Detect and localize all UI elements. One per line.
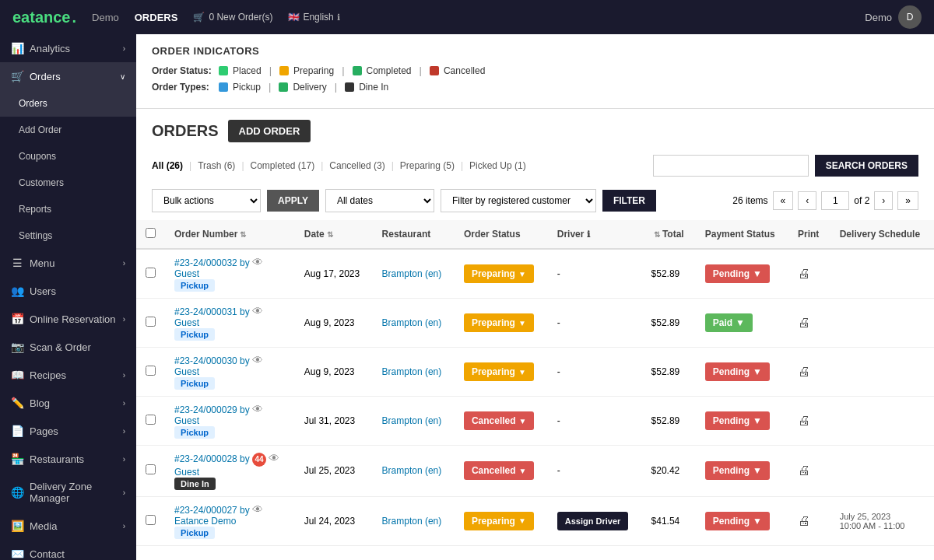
sidebar-item-coupons[interactable]: Coupons — [0, 143, 136, 170]
sidebar-item-media[interactable]: 🖼️ Media › — [0, 512, 136, 540]
row-checkbox[interactable] — [146, 515, 156, 525]
page-first-button[interactable]: « — [773, 191, 794, 210]
order-status-button[interactable]: Preparing ▼ — [464, 313, 534, 332]
order-link[interactable]: #23-24/000032 by — [174, 257, 250, 268]
sidebar-item-menu[interactable]: ☰ Menu › — [0, 249, 136, 277]
eye-icon[interactable]: 👁 — [252, 256, 263, 268]
print-icon[interactable]: 🖨 — [798, 414, 810, 427]
sidebar-item-contact[interactable]: ✉️ Contact — [0, 540, 136, 560]
logo[interactable]: eatance. — [12, 9, 76, 26]
avatar[interactable]: D — [898, 5, 922, 29]
language-selector[interactable]: 🇬🇧 English ℹ — [288, 12, 339, 23]
order-link[interactable]: #23-24/000030 by — [174, 355, 250, 366]
customer-filter-select[interactable]: Filter by registered customer — [441, 189, 596, 212]
row-order-number: #23-24/000032 by 👁 Guest Pickup — [165, 249, 295, 299]
nav-demo[interactable]: Demo — [92, 12, 119, 23]
date-filter-select[interactable]: All dates — [325, 189, 434, 212]
eye-icon[interactable]: 👁 — [252, 305, 263, 317]
restaurant-link[interactable]: Brampton (en) — [382, 465, 442, 476]
apply-button[interactable]: APPLY — [267, 190, 319, 212]
customer-link[interactable]: Guest — [174, 317, 199, 328]
print-icon[interactable]: 🖨 — [798, 267, 810, 280]
restaurant-link[interactable]: Brampton (en) — [382, 268, 442, 279]
order-status-button[interactable]: Cancelled ▼ — [464, 411, 535, 430]
eye-icon[interactable]: 👁 — [252, 354, 263, 366]
payment-status-button[interactable]: Pending ▼ — [705, 362, 770, 381]
tab-preparing[interactable]: Preparing (5) — [400, 160, 455, 171]
print-icon[interactable]: 🖨 — [798, 365, 810, 378]
page-number-input[interactable] — [821, 191, 849, 210]
print-icon[interactable]: 🖨 — [798, 514, 810, 527]
tab-picked-up[interactable]: Picked Up (1) — [469, 160, 526, 171]
order-link[interactable]: #23-24/000031 by — [174, 306, 250, 317]
sidebar-item-users[interactable]: 👥 Users — [0, 277, 136, 305]
sidebar-item-pages[interactable]: 📄 Pages › — [0, 417, 136, 445]
order-status-button[interactable]: Preparing ▼ — [464, 512, 534, 530]
payment-status-button[interactable]: Paid ▼ — [705, 313, 753, 332]
sidebar-item-settings-sub[interactable]: Settings — [0, 222, 136, 249]
sidebar-item-online-reservation[interactable]: 📅 Online Reservation › — [0, 305, 136, 333]
tab-cancelled[interactable]: Cancelled (3) — [329, 160, 384, 171]
table-row: #23-24/000028 by 44 👁 Guest Dine In Jul … — [136, 446, 934, 497]
cart-info[interactable]: 🛒 0 New Order(s) — [193, 12, 272, 23]
order-link[interactable]: #23-24/000027 by — [174, 505, 250, 516]
select-all-checkbox[interactable] — [146, 228, 156, 238]
row-restaurant: Brampton (en) — [373, 299, 455, 348]
filter-button[interactable]: FILTER — [602, 190, 656, 212]
sidebar-item-scan-order[interactable]: 📷 Scan & Order — [0, 333, 136, 361]
eye-icon[interactable]: 👁 — [252, 403, 263, 415]
sidebar-item-customers[interactable]: Customers — [0, 170, 136, 196]
payment-status-button[interactable]: Pending ▼ — [705, 264, 770, 283]
cart-label: 0 New Order(s) — [209, 12, 272, 23]
tab-sep1: | — [189, 160, 191, 171]
tab-completed[interactable]: Completed (17) — [251, 160, 315, 171]
print-icon[interactable]: 🖨 — [798, 316, 810, 329]
sidebar-item-recipes[interactable]: 📖 Recipes › — [0, 361, 136, 389]
restaurant-link[interactable]: Brampton (en) — [382, 415, 442, 426]
order-link[interactable]: #23-24/000029 by — [174, 404, 250, 415]
payment-status-button[interactable]: Pending ▼ — [705, 461, 770, 480]
order-status-button[interactable]: Cancelled ▼ — [464, 461, 535, 480]
print-icon[interactable]: 🖨 — [798, 464, 810, 477]
eye-icon[interactable]: 👁 — [269, 452, 279, 464]
sidebar-item-add-order[interactable]: Add Order — [0, 117, 136, 143]
sidebar-item-restaurants[interactable]: 🏪 Restaurants › — [0, 445, 136, 473]
row-checkbox[interactable] — [146, 268, 156, 278]
restaurant-link[interactable]: Brampton (en) — [382, 516, 442, 527]
customer-link[interactable]: Guest — [174, 366, 199, 377]
sidebar-item-delivery-zone[interactable]: 🌐 Delivery Zone Manager › — [0, 473, 136, 512]
tab-all[interactable]: All (26) — [152, 160, 183, 171]
payment-status-button[interactable]: Pending ▼ — [705, 411, 770, 430]
sidebar-item-reports[interactable]: Reports — [0, 196, 136, 222]
row-checkbox[interactable] — [146, 366, 156, 376]
row-checkbox[interactable] — [146, 415, 156, 425]
nav-orders[interactable]: ORDERS — [135, 12, 178, 23]
restaurant-link[interactable]: Brampton (en) — [382, 366, 442, 377]
customer-link[interactable]: Eatance Demo — [174, 516, 236, 527]
order-status-button[interactable]: Preparing ▼ — [464, 264, 534, 283]
sidebar-item-orders-sub[interactable]: Orders — [0, 90, 136, 117]
order-link[interactable]: #23-24/000028 by — [174, 453, 250, 464]
sidebar-item-orders[interactable]: 🛒 Orders ∨ — [0, 62, 136, 90]
bulk-actions-select[interactable]: Bulk actions — [152, 189, 261, 212]
search-orders-button[interactable]: SEARCH ORDERS — [815, 155, 918, 177]
restaurant-link[interactable]: Brampton (en) — [382, 317, 442, 328]
page-prev-button[interactable]: ‹ — [798, 191, 816, 210]
page-last-button[interactable]: » — [897, 191, 918, 210]
row-checkbox[interactable] — [146, 317, 156, 327]
add-order-button[interactable]: ADD ORDER — [228, 120, 311, 142]
page-next-button[interactable]: › — [874, 191, 893, 210]
row-checkbox[interactable] — [146, 464, 156, 474]
tab-trash[interactable]: Trash (6) — [198, 160, 235, 171]
eye-icon[interactable]: 👁 — [252, 503, 263, 516]
payment-status-button[interactable]: Pending ▼ — [705, 512, 770, 530]
assign-driver-button[interactable]: Assign Driver — [557, 512, 629, 530]
customer-link[interactable]: Guest — [174, 268, 199, 279]
search-input[interactable] — [653, 155, 809, 177]
customer-link[interactable]: Guest — [174, 467, 199, 478]
sidebar-item-blog[interactable]: ✏️ Blog › — [0, 389, 136, 417]
order-status-button[interactable]: Preparing ▼ — [464, 362, 534, 381]
customer-link[interactable]: Guest — [174, 415, 199, 426]
row-restaurant: Brampton (en) — [373, 348, 455, 397]
sidebar-item-analytics[interactable]: 📊 Analytics › — [0, 34, 136, 62]
